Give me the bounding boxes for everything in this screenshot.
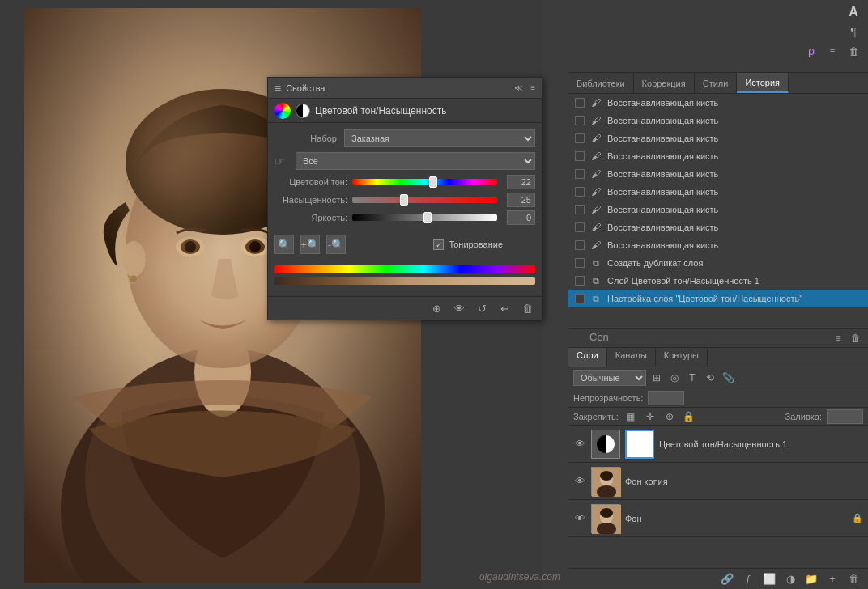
history-checkbox-4[interactable] xyxy=(575,169,585,179)
layer-eye-0[interactable]: 👁 xyxy=(573,438,586,451)
collapse-icon[interactable]: ≪ xyxy=(514,83,522,92)
history-checkbox-11[interactable] xyxy=(575,294,585,303)
layers-tab-layers[interactable]: Слои xyxy=(568,348,607,367)
tab-history[interactable]: История xyxy=(737,73,789,93)
layer-item-1[interactable]: 👁 Фон копия xyxy=(568,463,868,500)
layer-name-0: Цветовой тон/Насыщенность 1 xyxy=(659,439,863,449)
redo-icon[interactable]: ↺ xyxy=(474,300,490,316)
history-checkbox-1[interactable] xyxy=(575,116,585,125)
fill-input[interactable]: 100% xyxy=(827,409,863,424)
brightness-thumb[interactable] xyxy=(423,212,432,223)
history-item-6[interactable]: 🖌 Восстанавливающая кисть xyxy=(568,201,868,218)
path-icon[interactable]: ρ xyxy=(803,43,819,59)
toning-checkbox[interactable] xyxy=(433,239,444,250)
brush-icon-7: 🖌 xyxy=(589,221,602,234)
lock-all-icon[interactable]: 🔒 xyxy=(682,409,696,424)
history-item-4[interactable]: 🖌 Восстанавливающая кисть xyxy=(568,165,868,183)
brightness-slider-container[interactable] xyxy=(352,212,497,223)
layer-tool-4[interactable]: ⟲ xyxy=(703,371,717,385)
history-item-8[interactable]: 🖌 Восстанавливающая кисть xyxy=(568,236,868,254)
hue-value-input[interactable]: 22 xyxy=(507,175,535,189)
lock-pixels-icon[interactable]: ▦ xyxy=(623,409,638,424)
tab-styles[interactable]: Стили xyxy=(695,73,738,93)
history-checkbox-8[interactable] xyxy=(575,240,585,250)
channel-row: ☞ Все xyxy=(274,152,535,170)
props-menu-icon[interactable]: ≡ xyxy=(530,83,535,92)
brightness-track xyxy=(352,214,497,221)
opacity-input[interactable]: 100% xyxy=(648,391,684,405)
saturation-thumb[interactable] xyxy=(400,194,408,206)
hand-tool-icon: ☞ xyxy=(274,155,291,167)
layer-thumb-portrait-1 xyxy=(591,467,620,496)
hue-slider-container[interactable] xyxy=(352,176,497,188)
layer-tool-5[interactable]: 📎 xyxy=(721,371,735,385)
eyedropper-btn-3[interactable]: -🔍 xyxy=(326,235,346,254)
eyedropper-btn-2[interactable]: +🔍 xyxy=(300,235,320,254)
saturation-slider-container[interactable] xyxy=(352,194,497,206)
blend-mode-select[interactable]: Обычные xyxy=(573,370,646,386)
history-item-11[interactable]: ⧉ Настройка слоя "Цветовой тон/Насыщенно… xyxy=(568,290,868,307)
link-layers-icon[interactable]: 🔗 xyxy=(719,571,735,587)
history-checkbox-0[interactable] xyxy=(575,98,585,108)
history-item-7[interactable]: 🖌 Восстанавливающая кисть xyxy=(568,218,868,236)
new-layer-icon[interactable]: + xyxy=(824,571,840,587)
layer-style-icon[interactable]: ƒ xyxy=(740,571,756,587)
lock-position-icon[interactable]: ✛ xyxy=(643,409,657,424)
history-item-0[interactable]: 🖌 Восстанавливающая кисть xyxy=(568,94,868,112)
history-checkbox-10[interactable] xyxy=(575,276,585,286)
saturation-value-input[interactable]: 25 xyxy=(507,193,535,207)
panel-menu-icon-top[interactable]: ≡ xyxy=(824,43,840,59)
lock-artboard-icon[interactable]: ⊕ xyxy=(662,409,677,424)
history-label-2: Восстанавливающая кисть xyxy=(607,133,718,143)
delete-icon[interactable]: 🗑 xyxy=(519,300,535,316)
layer-eye-1[interactable]: 👁 xyxy=(573,475,586,488)
layers-panel-icon-2[interactable]: 🗑 xyxy=(849,331,863,345)
history-checkbox-2[interactable] xyxy=(575,133,585,143)
tab-libraries[interactable]: Библиотеки xyxy=(568,73,634,93)
layer-item-0[interactable]: 👁 Цветовой тон/Насыщенность 1 xyxy=(568,426,868,463)
layer-eye-2[interactable]: 👁 xyxy=(573,512,586,525)
channel-select[interactable]: Все xyxy=(296,152,535,170)
add-mask-layer-icon[interactable]: ⬜ xyxy=(761,571,777,587)
trash-icon-top[interactable]: 🗑 xyxy=(845,43,862,59)
history-label-7: Восстанавливающая кисть xyxy=(607,222,718,232)
history-checkbox-9[interactable] xyxy=(575,258,585,268)
delete-layer-icon[interactable]: 🗑 xyxy=(845,571,862,587)
paragraph-icon[interactable]: ¶ xyxy=(845,23,862,40)
history-item-3[interactable]: 🖌 Восстанавливающая кисть xyxy=(568,147,868,165)
right-panel: A ¶ ρ ≡ 🗑 Библиотеки Коррекция Стили Ист… xyxy=(568,0,868,589)
eyedropper-btn-1[interactable]: 🔍 xyxy=(274,235,294,254)
preset-select[interactable]: Заказная xyxy=(344,129,535,147)
new-adj-layer-icon[interactable]: ◑ xyxy=(782,571,798,587)
layers-tab-channels[interactable]: Каналы xyxy=(607,348,656,367)
layers-list: 👁 Цветовой тон/Насыщенность 1 👁 xyxy=(568,426,868,568)
history-checkbox-7[interactable] xyxy=(575,222,585,232)
layer-tool-3[interactable]: T xyxy=(685,371,700,385)
text-tool-icon[interactable]: A xyxy=(845,4,862,20)
history-item-2[interactable]: 🖌 Восстанавливающая кисть xyxy=(568,129,868,147)
undo-icon[interactable]: ↩ xyxy=(496,300,513,316)
brightness-value-input[interactable]: 0 xyxy=(507,210,535,225)
add-mask-icon[interactable]: ⊕ xyxy=(428,300,445,316)
history-item-9[interactable]: ⧉ Создать дубликат слоя xyxy=(568,254,868,272)
history-label-10: Слой Цветовой тон/Насыщенность 1 xyxy=(607,276,760,286)
history-checkbox-3[interactable] xyxy=(575,151,585,161)
sepia-gradient-bar xyxy=(274,277,535,285)
layers-tabs: Слои Каналы Контуры xyxy=(568,348,868,367)
history-checkbox-5[interactable] xyxy=(575,187,585,197)
history-checkbox-6[interactable] xyxy=(575,205,585,214)
layers-tab-paths[interactable]: Контуры xyxy=(656,348,708,367)
eye-icon[interactable]: 👁 xyxy=(451,300,467,316)
history-item-1[interactable]: 🖌 Восстанавливающая кисть xyxy=(568,112,868,129)
layer-tool-2[interactable]: ◎ xyxy=(667,371,682,385)
tab-correction[interactable]: Коррекция xyxy=(634,73,695,93)
brush-icon-8: 🖌 xyxy=(589,239,602,252)
hue-thumb[interactable] xyxy=(429,176,437,188)
layers-panel-icon-1[interactable]: ≡ xyxy=(831,331,845,345)
layer-tool-1[interactable]: ⊞ xyxy=(649,371,664,385)
new-group-icon[interactable]: 📁 xyxy=(803,571,819,587)
layer-item-2[interactable]: 👁 Фон 🔒 xyxy=(568,500,868,537)
saturation-track xyxy=(352,197,497,203)
history-item-10[interactable]: ⧉ Слой Цветовой тон/Насыщенность 1 xyxy=(568,272,868,290)
history-item-5[interactable]: 🖌 Восстанавливающая кисть xyxy=(568,183,868,201)
